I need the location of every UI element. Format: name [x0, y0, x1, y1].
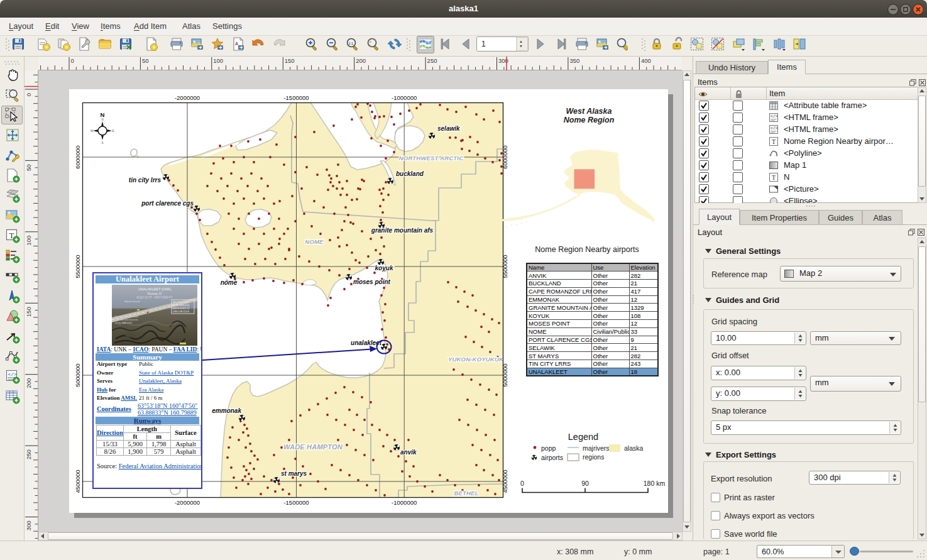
- svg-text:T: T: [772, 174, 776, 181]
- svg-text:150: 150: [285, 57, 295, 64]
- svg-text:250: 250: [427, 57, 437, 64]
- svg-text:popp: popp: [541, 444, 556, 452]
- svg-text:180 km: 180 km: [644, 480, 666, 487]
- svg-text:-1500000: -1500000: [283, 94, 309, 101]
- svg-text:5000000: 5000000: [502, 364, 508, 387]
- svg-text:300: 300: [25, 521, 32, 531]
- svg-text:-2000000: -2000000: [175, 499, 200, 506]
- svg-text:</>: </>: [771, 114, 778, 119]
- svg-text:Runway 15: Runway 15: [148, 292, 162, 295]
- svg-text:100: 100: [213, 57, 223, 64]
- svg-text:</>: </>: [8, 371, 18, 377]
- svg-text:5000000: 5000000: [74, 364, 81, 387]
- svg-text:50: 50: [142, 57, 149, 64]
- svg-text:1:1: 1:1: [349, 41, 354, 45]
- svg-text:0: 0: [520, 480, 524, 487]
- svg-text:50: 50: [25, 164, 32, 171]
- svg-text:-1500000: -1500000: [283, 499, 309, 506]
- svg-text:koyuk: koyuk: [375, 265, 393, 272]
- svg-text:150: 150: [25, 307, 32, 317]
- svg-text:Nome Region: Nome Region: [564, 116, 615, 124]
- svg-text:N: N: [101, 118, 103, 121]
- svg-text:250: 250: [25, 449, 32, 459]
- svg-text:nome: nome: [221, 279, 238, 286]
- svg-text:90: 90: [581, 480, 589, 487]
- svg-text:airports: airports: [541, 454, 563, 461]
- svg-text:BETHEL: BETHEL: [454, 490, 478, 497]
- svg-text:buckland: buckland: [396, 170, 424, 177]
- svg-text:tidal flats and channels: tidal flats and channels: [115, 319, 138, 321]
- svg-text:400: 400: [641, 57, 651, 64]
- svg-text:Nome Region Nearby airports: Nome Region Nearby airports: [535, 245, 639, 254]
- svg-text:200: 200: [25, 378, 32, 388]
- svg-text:</>: </>: [771, 126, 778, 131]
- svg-text:WADE HAMPTON: WADE HAMPTON: [283, 443, 343, 451]
- svg-text:UNALAKLEET (UNK): UNALAKLEET (UNK): [138, 287, 172, 291]
- svg-text:0: 0: [71, 57, 74, 64]
- svg-text:-1000000: -1000000: [392, 499, 417, 506]
- svg-text:5500000: 5500000: [502, 255, 508, 278]
- svg-text:regions: regions: [583, 453, 604, 461]
- svg-text:ARCTIC 15-33: ARCTIC 15-33: [173, 301, 189, 304]
- svg-text:ASPH ELEV 21: ASPH ELEV 21: [173, 307, 189, 310]
- svg-text:tin city lrrs: tin city lrrs: [129, 177, 162, 184]
- svg-text:alaska: alaska: [624, 444, 644, 452]
- svg-text:6000000: 6000000: [502, 146, 508, 169]
- svg-text:6000000: 6000000: [74, 146, 81, 169]
- svg-text:emmonak: emmonak: [212, 407, 241, 414]
- svg-text:UNICOM 122.8: UNICOM 122.8: [173, 310, 189, 313]
- svg-text:granite mountain afs: granite mountain afs: [371, 227, 434, 234]
- svg-text:ELEV 21 FT - RWY 5900 FT: ELEV 21 FT - RWY 5900 FT: [137, 296, 173, 299]
- svg-text:350: 350: [569, 57, 579, 64]
- svg-text:S: S: [101, 141, 103, 145]
- svg-text:Norton Sound: Norton Sound: [124, 300, 140, 303]
- svg-text:A: A: [235, 41, 238, 46]
- svg-text:E: E: [112, 129, 114, 133]
- svg-text:YUKON-KOYUKUK: YUKON-KOYUKUK: [448, 356, 504, 363]
- svg-text:4500000: 4500000: [502, 470, 508, 493]
- svg-text:N: N: [101, 111, 105, 118]
- svg-text:200: 200: [356, 57, 366, 64]
- svg-text:100: 100: [25, 236, 32, 246]
- svg-text:Legend: Legend: [568, 432, 598, 442]
- svg-text:port clarence cgs: port clarence cgs: [141, 200, 194, 207]
- svg-text:NOME: NOME: [305, 238, 324, 245]
- svg-text:1: 1: [481, 40, 486, 48]
- svg-text:West Alaska: West Alaska: [566, 107, 612, 116]
- svg-text:selawik: selawik: [437, 125, 460, 132]
- svg-text:4500000: 4500000: [74, 470, 81, 493]
- svg-text:st marys: st marys: [281, 470, 307, 477]
- svg-text:-2000000: -2000000: [175, 94, 200, 101]
- svg-text:photo: FAA 2008: photo: FAA 2008: [115, 322, 132, 324]
- svg-text:Unalakleet River mouth: Unalakleet River mouth: [115, 316, 138, 318]
- svg-text:anvik: anvik: [400, 449, 417, 456]
- svg-text:majrivers: majrivers: [583, 444, 610, 452]
- svg-text:NORTHWEST ARCTIC: NORTHWEST ARCTIC: [399, 155, 463, 162]
- svg-text:0: 0: [25, 93, 32, 96]
- svg-text:T: T: [772, 138, 776, 145]
- svg-text:moses point: moses point: [353, 278, 391, 285]
- svg-text:5500000: 5500000: [74, 255, 81, 278]
- svg-text:RWY 5900x150: RWY 5900x150: [173, 304, 189, 307]
- svg-text:-1000000: -1000000: [392, 94, 417, 101]
